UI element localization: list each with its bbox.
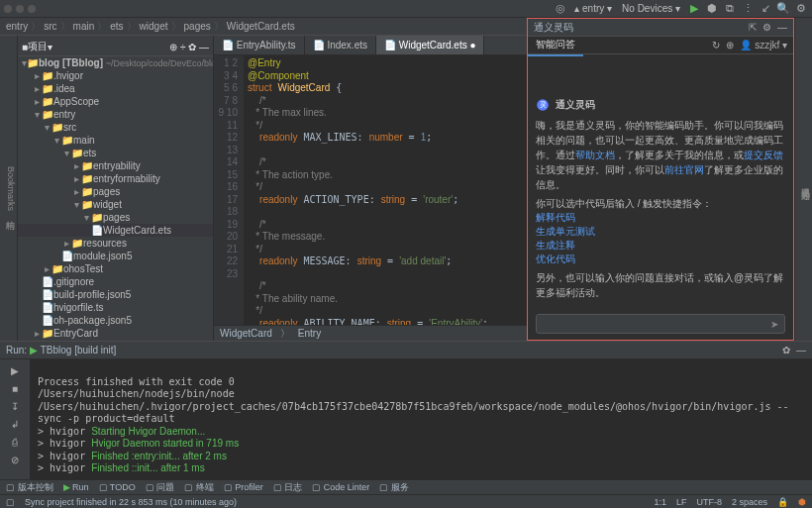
tree-node[interactable]: 📄 WidgetCard.ets [18, 224, 213, 237]
crumb[interactable]: entry [6, 21, 28, 32]
crumb[interactable]: WidgetCard.ets [227, 21, 295, 32]
editor-tab[interactable]: 📄 EntryAbility.ts [214, 36, 305, 54]
history-icon[interactable]: ↻ [712, 40, 720, 51]
toolstrip-item[interactable]: ▶ Run [63, 482, 89, 492]
vcs-icon[interactable]: ↙ [759, 2, 772, 16]
scroll-icon[interactable]: ↧ [8, 399, 22, 413]
tree-node[interactable]: ▸📁 entryformability [18, 172, 213, 185]
assistant-quick-link[interactable]: 优化代码 [536, 253, 785, 266]
settings-icon[interactable]: ⚙ [762, 22, 771, 33]
tree-node[interactable]: ▸📁 entryability [18, 159, 213, 172]
send-icon[interactable]: ➤ [770, 319, 778, 330]
assistant-panel: 通义灵码 ⇱ ⚙ — 智能问答 ↻ ⊕ 👤 szzjkf ▾ 灵 通义灵码 嗨，… [527, 18, 794, 341]
indent[interactable]: 2 spaces [732, 497, 767, 507]
tree-node[interactable]: 📄 .gitignore [18, 275, 213, 288]
editor-tab[interactable]: 📄 WidgetCard.ets ● [376, 36, 485, 54]
gear-icon[interactable]: ⚙ [794, 2, 808, 16]
debug-icon[interactable]: ⬢ [705, 2, 719, 16]
assistant-input[interactable]: ➤ [536, 314, 785, 334]
tree-root[interactable]: ▾📁 blog [TBblog] ~/Desktop/code/DevEco/b… [18, 56, 213, 69]
toolstrip-item[interactable]: ▢ 服务 [379, 481, 409, 494]
toolstrip-item[interactable]: ▢ Profiler [224, 482, 263, 492]
crumb[interactable]: src [44, 21, 56, 32]
wrap-icon[interactable]: ↲ [8, 417, 22, 431]
tree-node[interactable]: ▾📁 main [18, 134, 213, 147]
sync-icon: ▢ [6, 497, 15, 507]
assistant-quick-link[interactable]: 生成单元测试 [536, 225, 785, 239]
crumb[interactable]: main [73, 21, 95, 32]
tree-node[interactable]: ▸📁 pages [18, 185, 213, 198]
toolstrip-item[interactable]: ▢ Code Linter [312, 482, 369, 492]
open-icon[interactable]: ⇱ [749, 22, 757, 33]
minimize-icon[interactable]: — [777, 22, 787, 33]
tree-node[interactable]: ▸📁 AppScope [18, 95, 213, 108]
tree-node[interactable]: ▸📁 .hvigor [18, 69, 213, 82]
print-icon[interactable]: ⎙ [8, 435, 22, 449]
target-icon[interactable]: ◎ [554, 2, 567, 16]
encoding[interactable]: UTF-8 [696, 497, 722, 507]
tree-node[interactable]: 📄 module.json5 [18, 250, 213, 262]
assistant-footer: 另外，也可以输入你的问题直接对话，或输入@灵码了解更多福利活动。 [536, 270, 785, 300]
rerun-icon[interactable]: ▶ [8, 363, 22, 377]
toolstrip-item[interactable]: ▢ 终端 [184, 481, 214, 494]
more-icon[interactable]: ⋮ [741, 2, 755, 16]
brand-icon: 灵 [536, 98, 550, 112]
help-link[interactable]: 帮助文档 [575, 150, 615, 160]
run-hide-icon[interactable]: — [796, 345, 806, 356]
editor-tab[interactable]: 📄 Index.ets [305, 36, 376, 54]
notif-icon[interactable]: ⬢ [798, 497, 806, 507]
tree-node[interactable]: 📄 oh-package.json5 [18, 314, 213, 327]
tree-node[interactable]: ▾📁 pages [18, 211, 213, 224]
tree-node[interactable]: 📄 build-profile.json5 [18, 288, 213, 301]
tree-node[interactable]: ▾📁 src [18, 121, 213, 134]
run-config[interactable]: TBblog [build init] [41, 345, 117, 356]
window-controls[interactable] [4, 5, 36, 13]
tree-node[interactable]: ▾📁 widget [18, 198, 213, 211]
tree-node[interactable]: ▾📁 ets [18, 147, 213, 159]
toolstrip-item[interactable]: ▢ TODO [99, 482, 136, 492]
user-badge[interactable]: 👤 szzjkf ▾ [740, 40, 787, 51]
toolstrip-item[interactable]: ▢ 版本控制 [6, 481, 53, 494]
right-gutter[interactable]: 通义灵码 通知 [794, 18, 812, 341]
assistant-tip: 你可以选中代码后输入 / 触发快捷指令： [536, 196, 785, 211]
left-gutter[interactable]: Bookmarks 结构 [0, 36, 18, 341]
feedback-link[interactable]: 提交反馈 [744, 150, 783, 160]
run-output[interactable]: Process finished with exit code 0 /Users… [30, 359, 812, 479]
project-panel-header[interactable]: ■ 项目 ▾⊕ ÷ ✿ — [18, 38, 213, 56]
crumb[interactable]: widget [140, 21, 168, 32]
run-status-icon: ▶ [30, 345, 38, 356]
tree-node[interactable]: 📄 hvigorfile.ts [18, 301, 213, 314]
tree-node[interactable]: ▸📁 .idea [18, 82, 213, 95]
toolstrip-item[interactable]: ▢ 问题 [146, 481, 175, 494]
profile-icon[interactable]: ⧉ [723, 2, 737, 16]
readonly-icon[interactable]: 🔒 [777, 497, 788, 507]
assistant-greeting: 嗨，我是通义灵码，你的智能编码助手。你可以问我编码相关的问题，也可以一起更高效、… [536, 118, 785, 192]
assistant-quick-link[interactable]: 生成注释 [536, 239, 785, 253]
tree-node[interactable]: ▾📁 entry [18, 108, 213, 121]
new-chat-icon[interactable]: ⊕ [726, 40, 734, 51]
tree-node[interactable]: ▸📁 ohosTest [18, 262, 213, 275]
status-bar: ▢ Sync project finished in 22 s 853 ms (… [0, 494, 812, 508]
search-icon[interactable]: 🔍 [776, 2, 790, 16]
caret-position[interactable]: 1:1 [654, 497, 666, 507]
svg-text:灵: 灵 [540, 101, 547, 109]
line-numbers: 1 2 3 4 5 6 7 8 9 10 11 12 13 14 15 16 1… [214, 55, 244, 325]
assistant-title: 通义灵码 [534, 21, 573, 35]
assistant-tab-chat[interactable]: 智能问答 [528, 35, 583, 56]
tree-node[interactable]: ▸📁 EntryCard [18, 327, 213, 340]
site-link[interactable]: 前往官网 [664, 164, 704, 175]
toolstrip-item[interactable]: ▢ 日志 [273, 481, 303, 494]
clear-icon[interactable]: ⊘ [8, 453, 22, 466]
device-selector[interactable]: No Devices ▾ [619, 2, 683, 15]
assistant-quick-link[interactable]: 解释代码 [536, 211, 785, 225]
status-message: Sync project finished in 22 s 853 ms (10… [25, 497, 237, 507]
tree-node[interactable]: ▸📁 resources [18, 237, 213, 250]
run-settings-icon[interactable]: ✿ [782, 345, 790, 356]
title-bar: ◎ ▴ entry ▾ No Devices ▾ ▶ ⬢ ⧉ ⋮ ↙ 🔍 ⚙ [0, 0, 812, 18]
crumb[interactable]: pages [184, 21, 211, 32]
crumb[interactable]: ets [110, 21, 123, 32]
line-ending[interactable]: LF [676, 497, 687, 507]
stop-icon[interactable]: ■ [8, 381, 22, 395]
run-config-selector[interactable]: ▴ entry ▾ [571, 2, 615, 15]
run-icon[interactable]: ▶ [687, 2, 701, 16]
